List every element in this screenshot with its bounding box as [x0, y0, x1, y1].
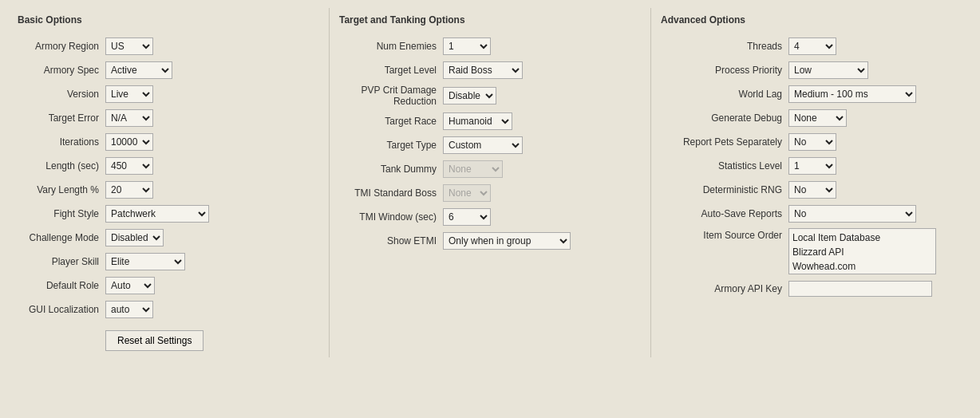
- fight-style-select[interactable]: PatchwerkHecticAddCleaveLightMovementHea…: [105, 205, 209, 223]
- main-container: Basic Options Armory Region USEUTWKRCN A…: [8, 8, 972, 357]
- pvp-crit-label: PVP Crit Damage Reduction: [339, 85, 443, 107]
- tank-dummy-label: Tank Dummy: [339, 164, 443, 175]
- statistics-level-row: Statistics Level 12345: [661, 156, 962, 175]
- vary-length-select[interactable]: 0102030: [105, 181, 153, 199]
- auto-save-reports-row: Auto-Save Reports NoYes: [661, 204, 962, 223]
- process-priority-label: Process Priority: [661, 65, 788, 76]
- show-etmi-label: Show ETMI: [339, 235, 443, 246]
- num-enemies-label: Num Enemies: [339, 41, 443, 52]
- auto-save-reports-select[interactable]: NoYes: [788, 205, 916, 223]
- target-level-label: Target Level: [339, 65, 443, 76]
- fight-style-label: Fight Style: [18, 208, 105, 219]
- threads-select[interactable]: 124816: [788, 37, 836, 55]
- item-source-order-label: Item Source Order: [661, 228, 788, 241]
- tmi-window-label: TMI Window (sec): [339, 211, 443, 223]
- pvp-crit-select[interactable]: DisableEnable: [443, 87, 496, 104]
- tmi-window-select[interactable]: 36912: [443, 208, 491, 226]
- player-skill-row: Player Skill EliteGoodAverageNoob: [18, 252, 319, 271]
- armory-api-key-row: Armory API Key: [661, 279, 962, 298]
- basic-options-panel: Basic Options Armory Region USEUTWKRCN A…: [8, 8, 330, 357]
- iterations-label: Iterations: [18, 136, 105, 148]
- armory-api-key-label: Armory API Key: [661, 283, 788, 294]
- deterministic-rng-row: Deterministic RNG NoYes: [661, 180, 962, 199]
- tmi-standard-boss-row: TMI Standard Boss NoneT17NT17HT17M: [339, 183, 641, 203]
- gui-localization-label: GUI Localization: [18, 304, 105, 315]
- process-priority-row: Process Priority LowNormalHigh: [661, 61, 962, 80]
- report-pets-label: Report Pets Separately: [661, 136, 788, 148]
- tmi-standard-boss-select[interactable]: NoneT17NT17HT17M: [443, 184, 491, 202]
- vary-length-row: Vary Length % 0102030: [18, 180, 319, 199]
- default-role-select[interactable]: AutoTankHealerDPS: [105, 277, 155, 294]
- challenge-mode-label: Challenge Mode: [18, 232, 105, 243]
- pvp-crit-row: PVP Crit Damage Reduction DisableEnable: [339, 85, 641, 107]
- fight-style-row: Fight Style PatchwerkHecticAddCleaveLigh…: [18, 204, 319, 223]
- deterministic-rng-select[interactable]: NoYes: [788, 181, 836, 199]
- tmi-window-row: TMI Window (sec) 36912: [339, 207, 641, 227]
- length-row: Length (sec) 300450600: [18, 156, 319, 175]
- length-select[interactable]: 300450600: [105, 157, 153, 175]
- target-error-select[interactable]: N/A0.10.51.0: [105, 109, 153, 127]
- challenge-mode-select[interactable]: DisabledEnabled: [105, 229, 164, 246]
- num-enemies-row: Num Enemies 12345: [339, 37, 641, 56]
- report-pets-select[interactable]: NoYes: [788, 133, 836, 151]
- threads-row: Threads 124816: [661, 37, 962, 56]
- gui-localization-select[interactable]: autoendefr: [105, 301, 153, 318]
- basic-options-title: Basic Options: [18, 14, 319, 29]
- world-lag-label: World Lag: [661, 89, 788, 100]
- target-race-row: Target Race HumanoidBeastDemonDragonkinE…: [339, 112, 641, 131]
- target-level-row: Target Level Raid BossPlayer+1+2+3: [339, 61, 641, 80]
- target-type-select[interactable]: CustomAddBeastDragonkinGiantUndead: [443, 136, 523, 154]
- generate-debug-select[interactable]: NoneAllEnemiesPlayers: [788, 109, 847, 127]
- listbox-item-wowhead[interactable]: Wowhead.com: [792, 259, 932, 274]
- tank-dummy-row: Tank Dummy NoneWeakDungeonRaidMythic: [339, 160, 641, 179]
- statistics-level-label: Statistics Level: [661, 160, 788, 172]
- target-tanking-panel: Target and Tanking Options Num Enemies 1…: [330, 8, 651, 357]
- deterministic-rng-label: Deterministic RNG: [661, 184, 788, 195]
- armory-spec-row: Armory Spec ActivePrimarySecondary: [18, 61, 319, 80]
- process-priority-select[interactable]: LowNormalHigh: [788, 61, 868, 79]
- armory-api-key-input[interactable]: [788, 281, 932, 297]
- item-source-order-listbox[interactable]: Local Item Database Blizzard API Wowhead…: [788, 228, 936, 274]
- length-label: Length (sec): [18, 160, 105, 172]
- world-lag-select[interactable]: Low - 25 msMedium - 100 msHigh - 250 ms: [788, 85, 916, 103]
- target-race-label: Target Race: [339, 116, 443, 127]
- reset-all-settings-button[interactable]: Reset all Settings: [105, 330, 204, 351]
- gui-localization-row: GUI Localization autoendefr: [18, 300, 319, 319]
- target-race-select[interactable]: HumanoidBeastDemonDragonkinElementalGian…: [443, 112, 512, 130]
- player-skill-select[interactable]: EliteGoodAverageNoob: [105, 253, 185, 270]
- version-select[interactable]: LiveBetaPTR: [105, 85, 153, 103]
- item-source-order-row: Item Source Order Local Item Database Bl…: [661, 228, 962, 274]
- version-row: Version LiveBetaPTR: [18, 85, 319, 104]
- show-etmi-row: Show ETMI Only when in groupAlwaysNever: [339, 231, 641, 250]
- target-type-label: Target Type: [339, 140, 443, 151]
- generate-debug-row: Generate Debug NoneAllEnemiesPlayers: [661, 108, 962, 128]
- report-pets-row: Report Pets Separately NoYes: [661, 132, 962, 152]
- iterations-select[interactable]: 10005000100002500050000: [105, 133, 153, 151]
- version-label: Version: [18, 89, 105, 100]
- armory-region-select[interactable]: USEUTWKRCN: [105, 37, 153, 55]
- advanced-options-title: Advanced Options: [661, 14, 962, 29]
- listbox-item-local-db[interactable]: Local Item Database: [792, 231, 932, 245]
- armory-spec-select[interactable]: ActivePrimarySecondary: [105, 61, 172, 79]
- armory-region-row: Armory Region USEUTWKRCN: [18, 37, 319, 56]
- tmi-standard-boss-label: TMI Standard Boss: [339, 187, 443, 199]
- vary-length-label: Vary Length %: [18, 184, 105, 195]
- statistics-level-select[interactable]: 12345: [788, 157, 836, 175]
- iterations-row: Iterations 10005000100002500050000: [18, 132, 319, 152]
- default-role-row: Default Role AutoTankHealerDPS: [18, 276, 319, 295]
- tank-dummy-select[interactable]: NoneWeakDungeonRaidMythic: [443, 160, 503, 178]
- auto-save-reports-label: Auto-Save Reports: [661, 208, 788, 219]
- threads-label: Threads: [661, 41, 788, 52]
- show-etmi-select[interactable]: Only when in groupAlwaysNever: [443, 232, 571, 250]
- default-role-label: Default Role: [18, 280, 105, 291]
- target-level-select[interactable]: Raid BossPlayer+1+2+3: [443, 61, 523, 79]
- num-enemies-select[interactable]: 12345: [443, 37, 491, 55]
- target-tanking-title: Target and Tanking Options: [339, 14, 641, 29]
- target-error-label: Target Error: [18, 112, 105, 124]
- listbox-item-blizzard-api[interactable]: Blizzard API: [792, 245, 932, 259]
- armory-spec-label: Armory Spec: [18, 65, 105, 76]
- challenge-mode-row: Challenge Mode DisabledEnabled: [18, 228, 319, 247]
- armory-region-label: Armory Region: [18, 41, 105, 52]
- advanced-options-panel: Advanced Options Threads 124816 Process …: [651, 8, 972, 357]
- target-type-row: Target Type CustomAddBeastDragonkinGiant…: [339, 136, 641, 155]
